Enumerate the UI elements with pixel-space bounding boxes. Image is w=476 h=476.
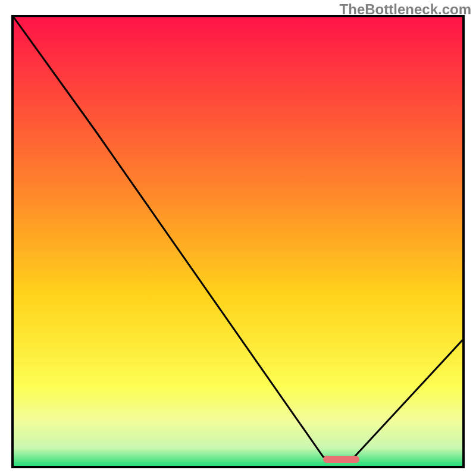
- optimal-marker: [323, 456, 359, 463]
- plot-area: [11, 15, 465, 468]
- watermark-text: TheBottleneck.com: [340, 1, 471, 18]
- curve-line: [14, 17, 462, 466]
- chart-container: TheBottleneck.com: [0, 0, 476, 476]
